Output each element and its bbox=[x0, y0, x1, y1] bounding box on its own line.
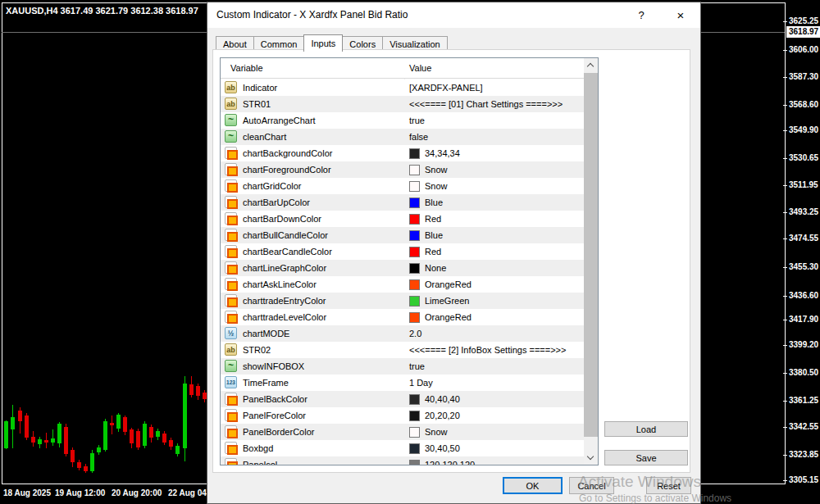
color-type-icon bbox=[225, 261, 237, 274]
variable-value: Snow bbox=[409, 178, 448, 194]
scroll-down-button[interactable] bbox=[584, 451, 598, 465]
candle-body bbox=[71, 450, 75, 462]
chevron-up-icon bbox=[587, 63, 594, 70]
value-text: OrangeRed bbox=[425, 312, 472, 322]
candle-body bbox=[116, 415, 121, 429]
color-type-icon bbox=[225, 458, 237, 465]
value-text: [XARDFX-PANEL] bbox=[409, 83, 483, 93]
table-row[interactable]: abIndicator[XARDFX-PANEL] bbox=[221, 79, 584, 96]
price-label: 3587.30 bbox=[789, 72, 818, 81]
dialog-titlebar[interactable]: Custom Indicator - X Xardfx Panel Bid Ra… bbox=[207, 2, 700, 28]
color-type-icon bbox=[225, 147, 237, 159]
candle-body bbox=[44, 440, 48, 443]
price-tick bbox=[783, 77, 787, 78]
price-label: 3493.25 bbox=[789, 207, 818, 216]
tab-inputs[interactable]: Inputs bbox=[303, 34, 343, 52]
price-tick bbox=[783, 320, 787, 320]
price-label: 3436.60 bbox=[789, 291, 818, 300]
color-type-icon bbox=[225, 294, 237, 306]
table-row[interactable]: chartBackgroundColor34,34,34 bbox=[221, 145, 584, 161]
candle-body bbox=[123, 417, 127, 432]
candle-body bbox=[196, 386, 200, 396]
table-row[interactable]: PanelBackColor40,40,40 bbox=[221, 391, 584, 407]
price-label: 3511.95 bbox=[789, 180, 818, 189]
color-type-icon bbox=[225, 196, 237, 208]
table-row[interactable]: chartAskLineColorOrangeRed bbox=[221, 276, 584, 293]
price-label: 3530.65 bbox=[789, 153, 818, 162]
candle-body bbox=[169, 440, 173, 447]
table-row[interactable]: chartGridColorSnow bbox=[221, 178, 584, 194]
table-row[interactable]: chartBullCandleColorBlue bbox=[221, 227, 584, 243]
price-tick bbox=[783, 50, 787, 51]
table-row[interactable]: charttradeLevelColorOrangeRed bbox=[221, 309, 584, 325]
color-type-icon bbox=[225, 163, 237, 175]
symbol-quote-line: XAUUSD,H4 3617.49 3621.79 3612.38 3618.9… bbox=[6, 6, 198, 16]
scrollbar-thumb[interactable] bbox=[584, 73, 598, 437]
color-swatch bbox=[409, 198, 420, 208]
price-tick bbox=[783, 455, 787, 456]
variable-value: 120,120,120 bbox=[409, 456, 475, 465]
ok-button[interactable]: OK bbox=[503, 477, 563, 494]
price-tick bbox=[783, 267, 787, 268]
variable-name: STR01 bbox=[243, 96, 271, 112]
price-tick bbox=[783, 401, 787, 402]
table-row[interactable]: PanelForeColor20,20,20 bbox=[221, 407, 584, 424]
color-swatch bbox=[409, 394, 420, 405]
load-button[interactable]: Load bbox=[604, 421, 688, 437]
column-header-variable: Variable bbox=[230, 63, 263, 73]
table-row[interactable]: ~showINFOBOXtrue bbox=[221, 358, 584, 375]
table-row[interactable]: chartBarUpColorBlue bbox=[221, 194, 584, 211]
table-row[interactable]: abSTR01<<<==== [01] Chart Settings ====>… bbox=[221, 96, 584, 112]
close-icon[interactable]: × bbox=[672, 7, 690, 25]
variable-value: Blue bbox=[409, 227, 443, 243]
value-text: LimeGreen bbox=[425, 296, 469, 306]
string-type-icon: ab bbox=[225, 343, 237, 356]
double-type-icon: ½ bbox=[225, 327, 237, 339]
candle-body bbox=[97, 447, 101, 452]
candle-body bbox=[25, 415, 29, 438]
price-label: 3455.30 bbox=[789, 262, 818, 271]
table-row[interactable]: ~cleanChartfalse bbox=[221, 129, 584, 145]
price-tick bbox=[783, 21, 787, 22]
color-swatch bbox=[409, 214, 420, 225]
table-row[interactable]: chartForegroundColorSnow bbox=[221, 161, 584, 178]
table-row[interactable]: Panelcol120,120,120 bbox=[221, 456, 584, 465]
activate-windows-watermark-subtext: Go to Settings to activate Windows bbox=[579, 493, 731, 504]
color-swatch bbox=[409, 411, 420, 421]
table-row[interactable]: PanelBorderColorSnow bbox=[221, 424, 584, 440]
vertical-scrollbar[interactable] bbox=[584, 58, 598, 465]
variable-name: chartMODE bbox=[243, 325, 289, 342]
candle-body bbox=[77, 462, 81, 468]
variable-value: Red bbox=[409, 243, 441, 260]
table-row[interactable]: 123TimeFrame1 Day bbox=[221, 375, 584, 391]
variable-name: Panelcol bbox=[243, 456, 277, 465]
color-swatch bbox=[409, 181, 420, 192]
price-tick bbox=[783, 480, 787, 481]
table-row[interactable]: chartLineGraphColorNone bbox=[221, 260, 584, 276]
table-row[interactable]: ~AutoArrangeCharttrue bbox=[221, 112, 584, 129]
table-row[interactable]: charttradeEntryColorLimeGreen bbox=[221, 293, 584, 309]
variable-value: Blue bbox=[409, 194, 443, 211]
table-row[interactable]: ½chartMODE2.0 bbox=[221, 325, 584, 342]
value-text: 1 Day bbox=[409, 378, 433, 388]
table-row[interactable]: chartBarDownColorRed bbox=[221, 211, 584, 227]
dialog-title: Custom Indicator - X Xardfx Panel Bid Ra… bbox=[216, 9, 408, 20]
color-swatch bbox=[409, 148, 420, 159]
save-button[interactable]: Save bbox=[604, 450, 688, 465]
color-type-icon bbox=[225, 229, 237, 241]
candle-body bbox=[162, 434, 166, 443]
table-row[interactable]: Boxbgd30,40,50 bbox=[221, 440, 584, 456]
variable-value: 30,40,50 bbox=[409, 440, 460, 456]
color-swatch bbox=[409, 247, 420, 257]
scroll-up-button[interactable] bbox=[584, 58, 598, 72]
price-tick bbox=[783, 212, 787, 213]
price-tick bbox=[783, 185, 787, 186]
help-icon[interactable]: ? bbox=[632, 7, 650, 25]
variable-value: 20,20,20 bbox=[409, 407, 460, 424]
variable-name: chartBullCandleColor bbox=[243, 227, 328, 243]
table-row[interactable]: abSTR02<<<==== [2] InfoBox Settings ====… bbox=[221, 342, 584, 358]
int-type-icon: 123 bbox=[225, 376, 237, 388]
table-row[interactable]: chartBearCandleColorRed bbox=[221, 243, 584, 260]
candle-body bbox=[84, 466, 88, 471]
color-type-icon bbox=[225, 393, 237, 405]
